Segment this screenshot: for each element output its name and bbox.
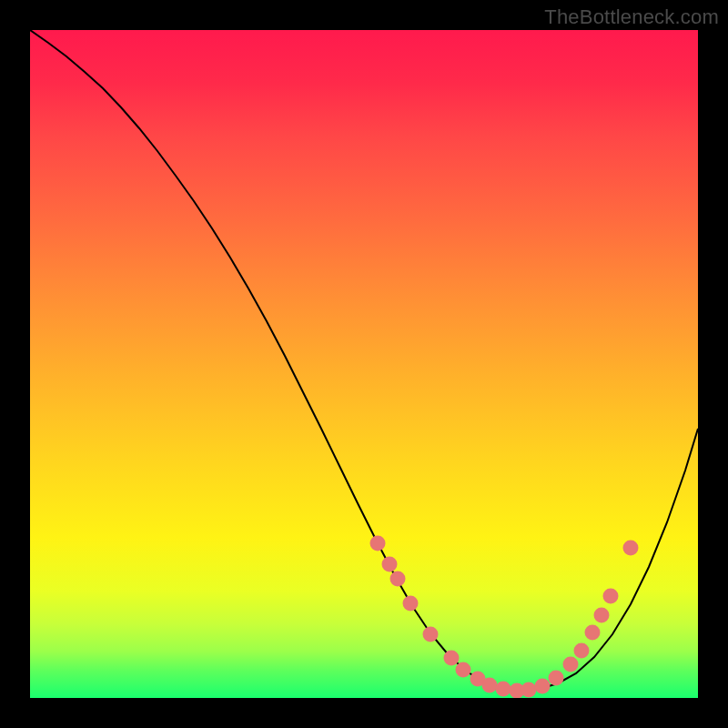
- data-dot: [594, 608, 610, 623]
- curve-dots: [370, 536, 639, 699]
- data-dot: [585, 625, 601, 641]
- data-dot: [423, 627, 439, 642]
- data-dot: [456, 662, 471, 678]
- chart-area: [30, 30, 698, 698]
- data-dot: [390, 571, 406, 587]
- data-dot: [496, 682, 511, 697]
- data-dot: [574, 643, 590, 659]
- chart-svg: [30, 30, 698, 698]
- bottleneck-curve: [30, 30, 698, 691]
- watermark-text: TheBottleneck.com: [544, 5, 719, 29]
- data-dot: [382, 557, 398, 572]
- data-dot: [563, 657, 579, 672]
- data-dot: [521, 682, 537, 698]
- data-dot: [482, 678, 498, 693]
- data-dot: [623, 541, 639, 556]
- data-dot: [603, 589, 619, 604]
- data-dot: [370, 536, 386, 551]
- data-dot: [444, 651, 460, 666]
- data-dot: [549, 671, 564, 686]
- data-dot: [403, 596, 419, 612]
- data-dot: [535, 679, 551, 694]
